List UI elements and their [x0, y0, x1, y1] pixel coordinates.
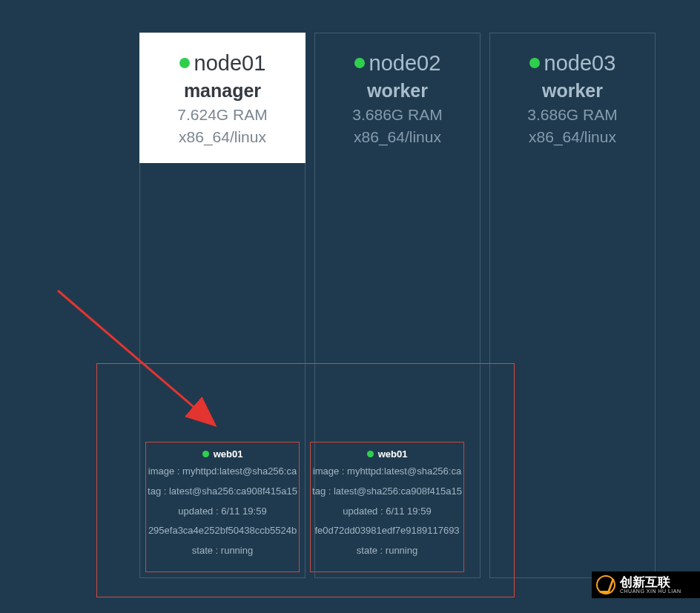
brand-logo-icon	[596, 575, 615, 594]
node-name: node01	[194, 51, 266, 76]
service-updated: updated : 6/11 19:59	[343, 504, 431, 520]
service-cards-row: web01 image : myhttpd:latest@sha256:ca t…	[145, 442, 464, 572]
node-header-node03[interactable]: node03 worker 3.686G RAM x86_64/linux	[489, 33, 656, 163]
service-state: state : running	[192, 543, 253, 559]
service-state: state : running	[357, 543, 417, 559]
node-arch: x86_64/linux	[529, 128, 616, 146]
status-running-icon	[367, 451, 374, 457]
node-header-node02[interactable]: node02 worker 3.686G RAM x86_64/linux	[314, 33, 481, 163]
node-ram: 3.686G RAM	[527, 106, 617, 124]
node-arch: x86_64/linux	[354, 128, 441, 146]
node-ram: 7.624G RAM	[177, 106, 267, 124]
node-role: manager	[184, 80, 261, 102]
brand-text-sub: CHUANG XIN HU LIAN	[620, 589, 681, 594]
node-ram: 3.686G RAM	[352, 106, 442, 124]
service-image: image : myhttpd:latest@sha256:ca	[148, 464, 297, 480]
node-role: worker	[367, 80, 428, 102]
service-card-web01[interactable]: web01 image : myhttpd:latest@sha256:ca t…	[145, 442, 300, 572]
brand-badge: 创新互联 CHUANG XIN HU LIAN	[592, 571, 700, 598]
service-tag: tag : latest@sha256:ca908f415a15	[148, 484, 297, 500]
service-image: image : myhttpd:latest@sha256:ca	[313, 464, 461, 480]
status-running-icon	[202, 451, 209, 457]
service-hash: 295efa3ca4e252bf50438ccb5524b	[148, 523, 297, 539]
status-ready-icon	[354, 58, 365, 68]
node-name: node02	[369, 51, 441, 76]
brand-text-main: 创新互联	[620, 576, 681, 589]
node-name: node03	[544, 51, 616, 76]
service-tag: tag : latest@sha256:ca908f415a15	[312, 484, 462, 500]
service-updated: updated : 6/11 19:59	[178, 504, 266, 520]
service-card-web01[interactable]: web01 image : myhttpd:latest@sha256:ca t…	[310, 442, 464, 572]
node-role: worker	[542, 80, 603, 102]
service-title: web01	[378, 448, 408, 460]
service-hash: fe0d72dd03981edf7e9189117693	[314, 523, 459, 539]
status-ready-icon	[179, 58, 190, 68]
node-column: node03 worker 3.686G RAM x86_64/linux	[489, 33, 656, 578]
node-body	[489, 163, 656, 578]
service-title: web01	[214, 448, 243, 460]
node-header-node01[interactable]: node01 manager 7.624G RAM x86_64/linux	[139, 33, 306, 163]
node-arch: x86_64/linux	[179, 128, 266, 146]
status-ready-icon	[529, 58, 540, 68]
